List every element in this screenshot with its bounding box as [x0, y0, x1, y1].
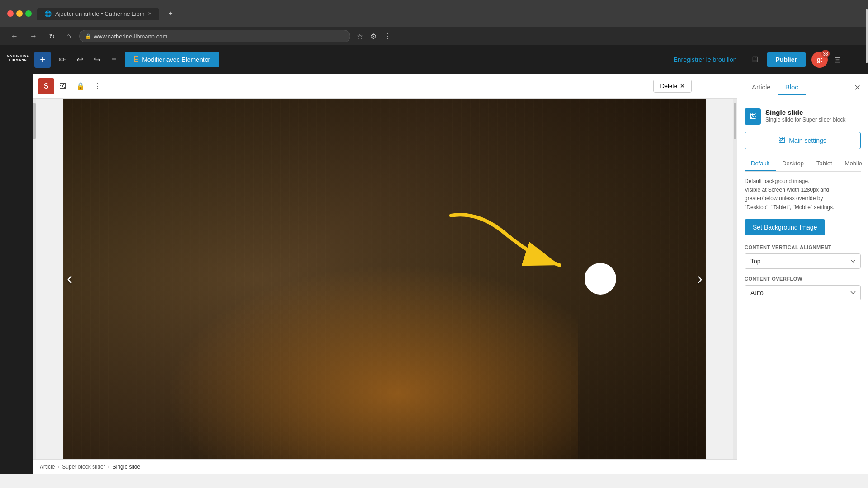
content-overflow-select[interactable]: Auto Visible Hidden Scroll [745, 285, 861, 300]
tab-icon: 🌐 [44, 10, 52, 17]
tab-title: Ajouter un article • Catherine Libm [55, 10, 144, 17]
slide-next-button[interactable]: › [697, 269, 703, 288]
browser-nav-right: ☆ ⚙ ⋮ [355, 30, 393, 42]
close-dot[interactable] [7, 10, 14, 17]
block-toolbar: S 🖼 🔒 ⋮ Delete ✕ [33, 74, 737, 99]
breadcrumb-bar: Article › Super block slider › Single sl… [33, 459, 737, 474]
subject-glow [127, 243, 577, 459]
wp-admin-bar: CATHERINELIBMANN + ✏ ↩ ↪ ≡ E Modifier av… [0, 45, 868, 74]
new-tab-button[interactable]: + [165, 8, 176, 19]
block-info-text: Single slide Single slide for Super slid… [765, 108, 845, 124]
breadcrumb-article[interactable]: Article [40, 464, 55, 470]
main-area: S 🖼 🔒 ⋮ Delete ✕ [0, 74, 868, 474]
tab-close-button[interactable]: ✕ [148, 11, 152, 17]
panel-scrollbar[interactable] [865, 74, 868, 474]
notification-badge: 38 [821, 50, 830, 58]
delete-label: Delete [660, 83, 677, 89]
tab-article[interactable]: Article [745, 80, 778, 95]
breadcrumb-slider[interactable]: Super block slider [62, 464, 105, 470]
slide-area: ‹ › [33, 99, 737, 459]
delete-icon: ✕ [680, 83, 685, 89]
slide-prev-button[interactable]: ‹ [67, 269, 72, 288]
delete-button[interactable]: Delete ✕ [653, 80, 692, 93]
security-icon: 🔒 [85, 33, 91, 39]
browser-dots [7, 10, 32, 17]
panel-tabs: Article Bloc [745, 80, 850, 95]
right-scroll-thumb [734, 103, 736, 139]
bp-tab-default[interactable]: Default [745, 156, 776, 171]
left-sidebar [0, 74, 33, 474]
slider-block-button[interactable]: S [38, 78, 54, 94]
site-logo: CATHERINELIBMANN [7, 47, 29, 69]
enregistrer-button[interactable]: Enregistrer le brouillon [668, 52, 742, 67]
content-overflow-section: CONTENT OVERFLOW Auto Visible Hidden Scr… [745, 276, 861, 308]
refresh-button[interactable]: ↻ [45, 30, 58, 42]
browser-tab[interactable]: 🌐 Ajouter un article • Catherine Libm ✕ [37, 8, 159, 20]
right-panel: Article Bloc ✕ 🖼 Single slide Single sli… [737, 74, 868, 474]
address-text: www.catherine-libmann.com [94, 33, 168, 40]
block-info: 🖼 Single slide Single slide for Super sl… [745, 108, 861, 125]
media-button[interactable]: 🖼 [56, 80, 71, 93]
editor-area: S 🖼 🔒 ⋮ Delete ✕ [33, 74, 737, 474]
edit-icon-button[interactable]: ✏ [56, 52, 68, 67]
content-overflow-label: CONTENT OVERFLOW [745, 276, 861, 282]
elementor-button[interactable]: E Modifier avec Elementor [125, 52, 220, 67]
right-scrollbar[interactable] [733, 99, 737, 459]
admin-right-icons: g: 38 ⊟ ⋮ [811, 52, 861, 68]
bookmark-icon[interactable]: ☆ [355, 30, 365, 42]
publier-button[interactable]: Publier [767, 52, 806, 67]
block-icon: 🖼 [745, 108, 761, 125]
bp-tab-mobile[interactable]: Mobile [839, 156, 868, 171]
content-vertical-alignment-select[interactable]: Top Middle Bottom [745, 253, 861, 269]
content-vertical-alignment-label: CONTENT VERTICAL ALIGNMENT [745, 244, 861, 250]
main-settings-icon: 🖼 [779, 137, 785, 144]
block-title: Single slide [765, 108, 845, 116]
content-vertical-alignment-section: CONTENT VERTICAL ALIGNMENT Top Middle Bo… [745, 244, 861, 276]
bc-sep-1: › [57, 464, 59, 470]
browser-chrome: 🌐 Ajouter un article • Catherine Libm ✕ … [0, 0, 868, 27]
menu-icon[interactable]: ⋮ [382, 30, 393, 42]
undo-button[interactable]: ↩ [74, 52, 86, 67]
bc-sep-2: › [108, 464, 110, 470]
main-settings-label: Main settings [789, 137, 826, 144]
elementor-icon: E [134, 56, 139, 64]
tab-bloc[interactable]: Bloc [778, 80, 806, 95]
elementor-label: Modifier avec Elementor [142, 56, 210, 63]
screen-button[interactable]: 🖥 [748, 52, 761, 67]
address-bar[interactable]: 🔒 www.catherine-libmann.com [79, 30, 350, 42]
left-scrollbar[interactable] [33, 99, 36, 459]
home-button[interactable]: ⌂ [63, 30, 75, 42]
bp-tab-desktop[interactable]: Desktop [776, 156, 810, 171]
scroll-thumb [33, 103, 36, 139]
breakpoint-tabs: Default Desktop Tablet Mobile [745, 156, 861, 172]
slide-photo: ‹ › [63, 99, 706, 459]
bp-tab-tablet[interactable]: Tablet [810, 156, 839, 171]
forward-button[interactable]: → [26, 30, 41, 42]
settings-icon[interactable]: ⚙ [368, 30, 378, 42]
add-new-button[interactable]: + [34, 52, 51, 68]
minimize-dot[interactable] [16, 10, 23, 17]
slide-container: ‹ › [63, 99, 706, 459]
notification-wrap: g: 38 [811, 52, 828, 68]
more-options-button[interactable]: ⋮ [847, 52, 861, 67]
block-icon-symbol: 🖼 [750, 113, 756, 120]
more-block-options[interactable]: ⋮ [90, 79, 105, 93]
maximize-dot[interactable] [25, 10, 32, 17]
bg-description: Default background image.Visible at Scre… [745, 177, 861, 212]
details-button[interactable]: ≡ [109, 52, 119, 67]
back-button[interactable]: ← [7, 30, 22, 42]
panel-close-button[interactable]: ✕ [854, 83, 861, 93]
breadcrumb-current: Single slide [113, 464, 140, 470]
set-background-image-button[interactable]: Set Background Image [745, 219, 825, 235]
browser-nav-bar: ← → ↻ ⌂ 🔒 www.catherine-libmann.com ☆ ⚙ … [0, 27, 868, 45]
sidebar-toggle-button[interactable]: ⊟ [831, 52, 844, 67]
lock-button[interactable]: 🔒 [72, 79, 89, 93]
redo-button[interactable]: ↪ [91, 52, 104, 67]
block-desc: Single slide for Super slider block [765, 116, 845, 124]
panel-header: Article Bloc ✕ [737, 74, 868, 101]
panel-content: 🖼 Single slide Single slide for Super sl… [737, 101, 868, 474]
main-settings-button[interactable]: 🖼 Main settings [745, 132, 861, 149]
